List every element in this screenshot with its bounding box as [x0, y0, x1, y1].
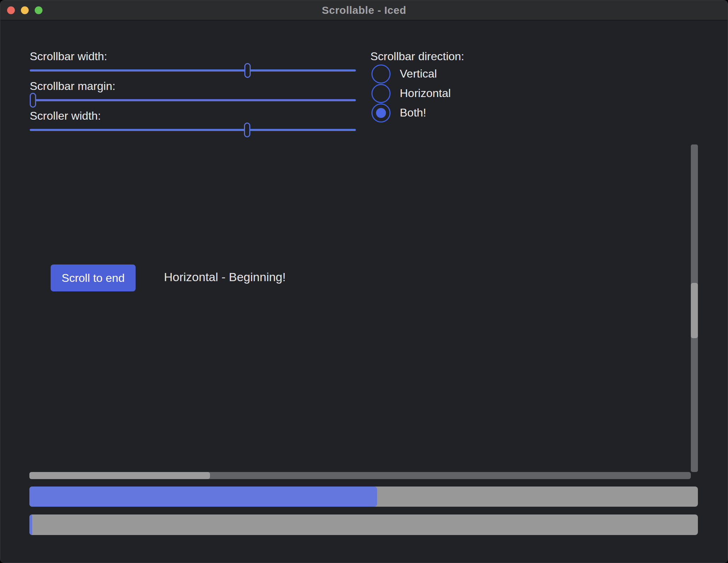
vertical-progress-bar: [29, 514, 698, 535]
scroller-width-slider-handle[interactable]: [244, 123, 250, 137]
window-title: Scrollable - Iced: [322, 4, 406, 16]
traffic-lights: [7, 0, 42, 20]
scrollbar-width-label: Scrollbar width:: [30, 49, 107, 64]
horizontal-progress-fill: [29, 487, 377, 507]
maximize-button[interactable]: [35, 6, 42, 14]
close-button[interactable]: [7, 6, 15, 14]
radio-vertical[interactable]: Vertical: [371, 64, 464, 84]
radio-both[interactable]: Both!: [371, 103, 464, 123]
scroller-width-label: Scroller width:: [30, 108, 101, 124]
scrollbar-width-slider-handle[interactable]: [244, 63, 251, 78]
scrollbar-direction-group: Scrollbar direction: Vertical Horizontal…: [370, 49, 464, 123]
titlebar[interactable]: Scrollable - Iced: [0, 0, 728, 21]
radio-circle-icon[interactable]: [371, 103, 391, 123]
horizontal-scrollbar[interactable]: [29, 472, 691, 479]
radio-dot-icon: [376, 108, 386, 118]
radio-vertical-label: Vertical: [400, 67, 437, 80]
scroll-status-text: Horizontal - Beginning!: [164, 270, 286, 284]
scrollbar-margin-label: Scrollbar margin:: [30, 78, 115, 94]
scroller-width-slider[interactable]: [30, 129, 356, 131]
radio-circle-icon[interactable]: [371, 84, 391, 103]
scroll-to-end-button[interactable]: Scroll to end: [51, 265, 136, 291]
scrollbar-margin-slider-handle[interactable]: [30, 93, 36, 108]
horizontal-scrollbar-thumb[interactable]: [29, 472, 210, 479]
minimize-button[interactable]: [21, 6, 29, 14]
scrollbar-margin-slider[interactable]: [30, 99, 356, 101]
vertical-scrollbar-thumb[interactable]: [691, 283, 698, 338]
radio-both-label: Both!: [400, 106, 426, 119]
radio-circle-icon[interactable]: [371, 64, 391, 84]
window-frame: Scrollable - Iced Scrollbar width: Scrol…: [0, 0, 728, 563]
vertical-scrollbar[interactable]: [691, 144, 698, 472]
horizontal-progress-bar: [29, 487, 698, 507]
radio-horizontal-label: Horizontal: [400, 87, 451, 100]
radio-horizontal[interactable]: Horizontal: [371, 84, 464, 103]
scrollbar-direction-label: Scrollbar direction:: [370, 49, 464, 64]
scrollbar-width-slider[interactable]: [30, 69, 356, 72]
app-window: Scrollable - Iced Scrollbar width: Scrol…: [0, 0, 728, 563]
vertical-progress-fill: [29, 514, 32, 535]
